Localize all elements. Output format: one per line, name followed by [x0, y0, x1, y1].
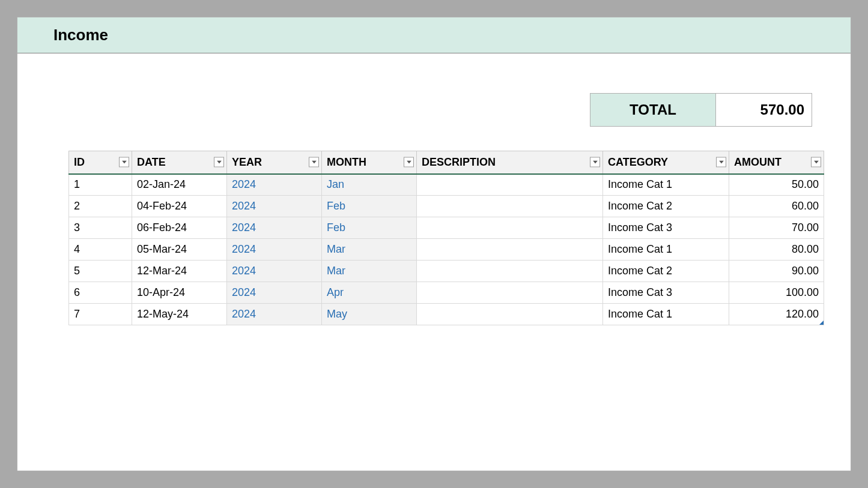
header-id[interactable]: ID [69, 151, 132, 174]
cell-date[interactable]: 02-Jan-24 [132, 174, 227, 196]
chevron-down-icon [407, 161, 411, 164]
filter-button-year[interactable] [309, 157, 319, 167]
cell-description[interactable] [417, 261, 603, 282]
cell-year[interactable]: 2024 [227, 217, 322, 239]
header-description[interactable]: DESCRIPTION [417, 151, 603, 174]
cell-description[interactable] [417, 217, 603, 239]
cell-month[interactable]: Feb [322, 196, 417, 217]
table-row: 610-Apr-242024AprIncome Cat 3100.00 [69, 282, 824, 304]
table-header-row: ID DATE YEAR [69, 151, 824, 174]
cell-amount[interactable]: 70.00 [729, 217, 824, 239]
filter-button-id[interactable] [119, 157, 129, 167]
cell-amount[interactable]: 80.00 [729, 239, 824, 261]
filter-button-description[interactable] [590, 157, 600, 167]
cell-id[interactable]: 5 [69, 261, 132, 282]
cell-category[interactable]: Income Cat 1 [603, 304, 729, 325]
cell-amount[interactable]: 120.00 [729, 304, 824, 325]
table-row: 306-Feb-242024FebIncome Cat 370.00 [69, 217, 824, 239]
cell-id[interactable]: 1 [69, 174, 132, 196]
header-description-label: DESCRIPTION [422, 156, 496, 168]
header-date-label: DATE [137, 156, 166, 168]
header-month-label: MONTH [327, 156, 366, 168]
cell-month[interactable]: Feb [322, 217, 417, 239]
header-id-label: ID [74, 156, 85, 168]
header-bar: Income [17, 17, 851, 53]
cell-date[interactable]: 05-Mar-24 [132, 239, 227, 261]
cell-year[interactable]: 2024 [227, 174, 322, 196]
cell-description[interactable] [417, 282, 603, 304]
cell-description[interactable] [417, 174, 603, 196]
table-row: 102-Jan-242024JanIncome Cat 150.00 [69, 174, 824, 196]
cell-month[interactable]: Apr [322, 282, 417, 304]
cell-date[interactable]: 04-Feb-24 [132, 196, 227, 217]
cell-year[interactable]: 2024 [227, 261, 322, 282]
cell-id[interactable]: 6 [69, 282, 132, 304]
cell-month[interactable]: Mar [322, 261, 417, 282]
cell-month[interactable]: Mar [322, 239, 417, 261]
chevron-down-icon [217, 161, 222, 164]
page-title: Income [53, 26, 815, 44]
cell-description[interactable] [417, 196, 603, 217]
cell-category[interactable]: Income Cat 3 [603, 282, 729, 304]
cell-category[interactable]: Income Cat 2 [603, 261, 729, 282]
cell-year[interactable]: 2024 [227, 239, 322, 261]
total-label: TOTAL [590, 93, 716, 127]
cell-category[interactable]: Income Cat 1 [603, 239, 729, 261]
table-row: 405-Mar-242024MarIncome Cat 180.00 [69, 239, 824, 261]
table-row: 204-Feb-242024FebIncome Cat 260.00 [69, 196, 824, 217]
cell-id[interactable]: 3 [69, 217, 132, 239]
chevron-down-icon [814, 161, 819, 164]
income-table: ID DATE YEAR [68, 151, 824, 325]
filter-button-category[interactable] [716, 157, 726, 167]
cell-description[interactable] [417, 239, 603, 261]
header-amount-label: AMOUNT [734, 156, 782, 168]
cell-month[interactable]: Jan [322, 174, 417, 196]
total-box: TOTAL 570.00 [590, 93, 812, 127]
cell-date[interactable]: 10-Apr-24 [132, 282, 227, 304]
header-category[interactable]: CATEGORY [603, 151, 729, 174]
chevron-down-icon [719, 161, 724, 164]
cell-date[interactable]: 06-Feb-24 [132, 217, 227, 239]
cell-category[interactable]: Income Cat 1 [603, 174, 729, 196]
header-category-label: CATEGORY [608, 156, 668, 168]
cell-year[interactable]: 2024 [227, 196, 322, 217]
table-row: 712-May-242024MayIncome Cat 1120.00 [69, 304, 824, 325]
chevron-down-icon [122, 161, 127, 164]
cell-id[interactable]: 4 [69, 239, 132, 261]
total-value: 570.00 [716, 93, 812, 127]
header-date[interactable]: DATE [132, 151, 227, 174]
header-year[interactable]: YEAR [227, 151, 322, 174]
cell-date[interactable]: 12-Mar-24 [132, 261, 227, 282]
cell-year[interactable]: 2024 [227, 304, 322, 325]
cell-description[interactable] [417, 304, 603, 325]
cell-month[interactable]: May [322, 304, 417, 325]
header-year-label: YEAR [232, 156, 262, 168]
filter-button-month[interactable] [404, 157, 414, 167]
cell-year[interactable]: 2024 [227, 282, 322, 304]
income-table-wrap: ID DATE YEAR [68, 151, 812, 325]
cell-date[interactable]: 12-May-24 [132, 304, 227, 325]
spreadsheet-sheet: Income TOTAL 570.00 ID DATE [17, 17, 851, 471]
filter-button-date[interactable] [214, 157, 224, 167]
chevron-down-icon [593, 161, 598, 164]
cell-amount[interactable]: 50.00 [729, 174, 824, 196]
table-row: 512-Mar-242024MarIncome Cat 290.00 [69, 261, 824, 282]
chevron-down-icon [312, 161, 317, 164]
filter-button-amount[interactable] [811, 157, 821, 167]
header-amount[interactable]: AMOUNT [729, 151, 824, 174]
cell-amount[interactable]: 90.00 [729, 261, 824, 282]
cell-id[interactable]: 7 [69, 304, 132, 325]
cell-amount[interactable]: 60.00 [729, 196, 824, 217]
cell-id[interactable]: 2 [69, 196, 132, 217]
cell-category[interactable]: Income Cat 3 [603, 217, 729, 239]
table-resize-handle[interactable] [819, 321, 824, 325]
header-month[interactable]: MONTH [322, 151, 417, 174]
cell-category[interactable]: Income Cat 2 [603, 196, 729, 217]
cell-amount[interactable]: 100.00 [729, 282, 824, 304]
